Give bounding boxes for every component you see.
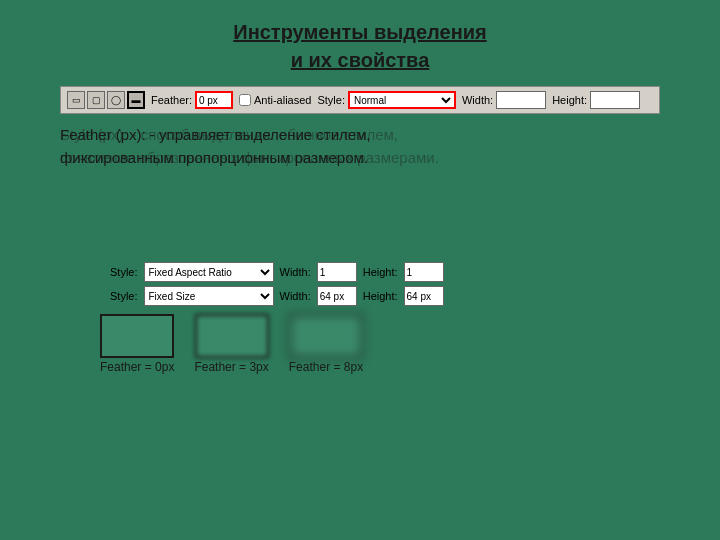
- style-row2-label: Style:: [110, 290, 138, 302]
- style-row2-height-input[interactable]: [404, 286, 444, 306]
- page-title: Инструменты выделения и их свойства: [0, 18, 720, 74]
- tool-icons: ▭ ▢ ◯ ▬: [67, 91, 145, 109]
- style-select[interactable]: Normal Fixed Aspect Ratio Fixed Size: [348, 91, 456, 109]
- feather-input[interactable]: [195, 91, 233, 109]
- feather-box-0: [102, 316, 172, 356]
- feather-field: Feather:: [151, 91, 233, 109]
- width-input[interactable]: [496, 91, 546, 109]
- style-label: Style:: [317, 94, 345, 106]
- description-area: Style (рх): - способ выделения: обычное …: [60, 124, 660, 184]
- style-row1-height-input[interactable]: [404, 262, 444, 282]
- rect-tool-icon[interactable]: ▭: [67, 91, 85, 109]
- style-row1-width-label: Width:: [280, 266, 311, 278]
- toolbar: ▭ ▢ ◯ ▬ Feather: Anti-aliased Style: Nor…: [60, 86, 660, 114]
- style-row2-height-label: Height:: [363, 290, 398, 302]
- feather-label: Feather:: [151, 94, 192, 106]
- style-row2-width-label: Width:: [280, 290, 311, 302]
- feather-box-3: [197, 316, 267, 356]
- feather-section: Feather = 0px Feather = 3px Feather = 8p…: [100, 316, 620, 374]
- single-row-tool-icon[interactable]: ▬: [127, 91, 145, 109]
- style-row2-width-input[interactable]: [317, 286, 357, 306]
- ellipse-tool-icon[interactable]: ◯: [107, 91, 125, 109]
- feather-item-8: Feather = 8px: [289, 316, 363, 374]
- style-row1-select[interactable]: Fixed Aspect Ratio Normal Fixed Size: [144, 262, 274, 282]
- feather-item-3: Feather = 3px: [194, 316, 268, 374]
- style-row2-select[interactable]: Fixed Size Normal Fixed Aspect Ratio: [144, 286, 274, 306]
- width-field: Width:: [462, 91, 546, 109]
- style-row1-height-label: Height:: [363, 266, 398, 278]
- title-section: Инструменты выделения и их свойства: [0, 0, 720, 86]
- style-field: Style: Normal Fixed Aspect Ratio Fixed S…: [317, 91, 456, 109]
- rounded-rect-tool-icon[interactable]: ▢: [87, 91, 105, 109]
- height-input[interactable]: [590, 91, 640, 109]
- width-label: Width:: [462, 94, 493, 106]
- feather-label-3: Feather = 3px: [194, 360, 268, 374]
- feather-box-8: [291, 316, 361, 356]
- description-front: Feather (рх): - управляет выделение стил…: [60, 124, 371, 169]
- styles-panel: Style: Fixed Aspect Ratio Normal Fixed S…: [110, 262, 610, 306]
- style-row-2: Style: Fixed Size Normal Fixed Aspect Ra…: [110, 286, 610, 306]
- anti-aliased-label: Anti-aliased: [254, 94, 311, 106]
- height-label: Height:: [552, 94, 587, 106]
- style-row1-width-input[interactable]: [317, 262, 357, 282]
- style-row-1: Style: Fixed Aspect Ratio Normal Fixed S…: [110, 262, 610, 282]
- feather-label-8: Feather = 8px: [289, 360, 363, 374]
- anti-aliased-field: Anti-aliased: [239, 94, 311, 106]
- feather-label-0: Feather = 0px: [100, 360, 174, 374]
- height-field: Height:: [552, 91, 640, 109]
- style-row1-label: Style:: [110, 266, 138, 278]
- anti-aliased-checkbox[interactable]: [239, 94, 251, 106]
- feather-item-0: Feather = 0px: [100, 316, 174, 374]
